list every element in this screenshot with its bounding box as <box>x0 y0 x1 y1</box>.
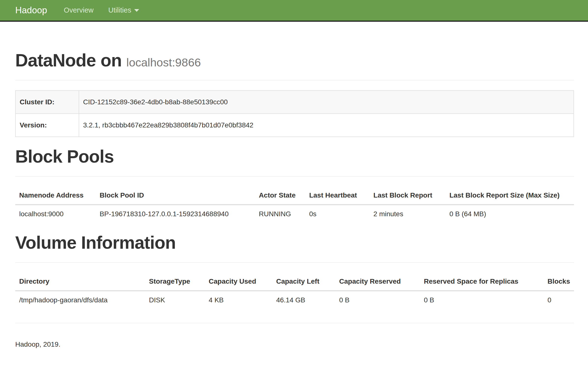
last-heartbeat-value: 0s <box>305 205 369 223</box>
table-header-row: Namenode Address Block Pool ID Actor Sta… <box>15 186 574 205</box>
table-header-row: Directory StorageType Capacity Used Capa… <box>15 273 574 291</box>
divider <box>15 176 574 177</box>
col-storage-type: StorageType <box>145 273 205 291</box>
col-reserved-space-replicas: Reserved Space for Replicas <box>420 273 544 291</box>
table-row: Cluster ID: CID-12152c89-36e2-4db0-b8ab-… <box>15 91 574 114</box>
cluster-id-label: Cluster ID: <box>15 91 79 114</box>
storage-type-value: DISK <box>145 291 205 309</box>
footer-divider <box>15 323 574 323</box>
divider <box>15 262 574 263</box>
main-content: DataNode on localhost:9866 Cluster ID: C… <box>0 51 588 359</box>
col-capacity-left: Capacity Left <box>272 273 335 291</box>
capacity-left-value: 46.14 GB <box>272 291 335 309</box>
col-capacity-used: Capacity Used <box>205 273 272 291</box>
blocks-value: 0 <box>544 291 574 309</box>
capacity-reserved-value: 0 B <box>335 291 420 309</box>
block-pools-heading: Block Pools <box>15 147 574 166</box>
page-title: DataNode on localhost:9866 <box>15 51 574 70</box>
cluster-id-value: CID-12152c89-36e2-4db0-b8ab-88e50139cc00 <box>79 91 574 114</box>
col-last-block-report-size: Last Block Report Size (Max Size) <box>445 186 574 205</box>
page-title-host: localhost:9866 <box>126 56 201 69</box>
caret-down-icon <box>134 9 139 12</box>
table-row: /tmp/hadoop-gaoran/dfs/data DISK 4 KB 46… <box>15 291 574 309</box>
last-block-report-size-value: 0 B (64 MB) <box>445 205 574 223</box>
reserved-space-replicas-value: 0 B <box>420 291 544 309</box>
block-pools-table: Namenode Address Block Pool ID Actor Sta… <box>15 186 574 223</box>
col-capacity-reserved: Capacity Reserved <box>335 273 420 291</box>
navbar: Hadoop Overview Utilities <box>0 0 588 22</box>
volume-information-heading: Volume Information <box>15 233 574 252</box>
navbar-brand[interactable]: Hadoop <box>15 4 47 17</box>
namenode-address-value: localhost:9000 <box>15 205 96 223</box>
nav-item-overview[interactable]: Overview <box>64 5 94 15</box>
divider <box>15 80 574 80</box>
col-block-pool-id: Block Pool ID <box>96 186 255 205</box>
col-last-heartbeat: Last Heartbeat <box>305 186 369 205</box>
table-row: localhost:9000 BP-196718310-127.0.0.1-15… <box>15 205 574 223</box>
node-info-table: Cluster ID: CID-12152c89-36e2-4db0-b8ab-… <box>15 90 574 137</box>
nav-item-utilities-label: Utilities <box>108 5 131 15</box>
last-block-report-value: 2 minutes <box>369 205 445 223</box>
col-directory: Directory <box>15 273 145 291</box>
navbar-links: Overview Utilities <box>64 5 139 15</box>
capacity-used-value: 4 KB <box>205 291 272 309</box>
version-value: 3.2.1, rb3cbbb467e22ea829b3808f4b7b01d07… <box>79 114 574 137</box>
col-last-block-report: Last Block Report <box>369 186 445 205</box>
col-blocks: Blocks <box>544 273 574 291</box>
block-pool-id-value: BP-196718310-127.0.0.1-1592314688940 <box>96 205 255 223</box>
col-namenode-address: Namenode Address <box>15 186 96 205</box>
actor-state-value: RUNNING <box>255 205 305 223</box>
col-actor-state: Actor State <box>255 186 305 205</box>
volume-information-table: Directory StorageType Capacity Used Capa… <box>15 273 574 309</box>
directory-value: /tmp/hadoop-gaoran/dfs/data <box>15 291 145 309</box>
table-row: Version: 3.2.1, rb3cbbb467e22ea829b3808f… <box>15 114 574 137</box>
page-title-text: DataNode on <box>15 50 122 70</box>
footer-text: Hadoop, 2019. <box>15 339 574 359</box>
nav-item-utilities[interactable]: Utilities <box>108 5 139 15</box>
version-label: Version: <box>15 114 79 137</box>
